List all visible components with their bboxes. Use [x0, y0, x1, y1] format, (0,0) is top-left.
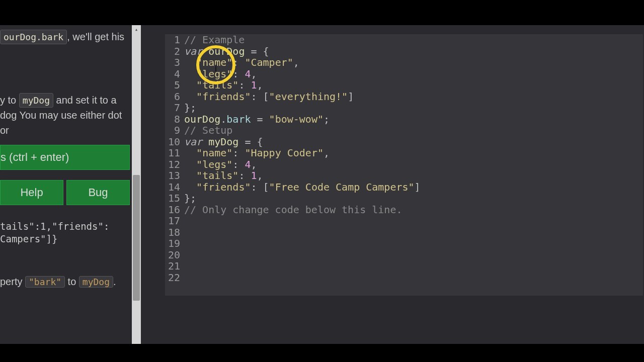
line-number: 5	[165, 79, 180, 91]
help-button[interactable]: Help	[0, 180, 63, 205]
code-line[interactable]: "friends": ["everything!"]	[184, 91, 643, 103]
desc-text-2a: y to	[0, 95, 19, 106]
scrollbar-thumb[interactable]	[133, 175, 140, 301]
code-line[interactable]: };	[184, 102, 643, 114]
line-number: 17	[165, 215, 180, 227]
code-line[interactable]: ourDog.bark = "bow-wow";	[184, 114, 643, 125]
line-number: 14	[165, 182, 180, 193]
code-content[interactable]: // Examplevar ourDog = { "name": "Camper…	[184, 34, 643, 296]
code-line[interactable]: // Setup	[184, 125, 643, 136]
line-number: 2	[165, 46, 180, 57]
line-number: 11	[165, 147, 180, 159]
line-number: 18	[165, 227, 180, 238]
task-text-b: to	[65, 276, 79, 287]
output-line-2: Campers"]}	[0, 233, 132, 245]
line-number: 19	[165, 238, 180, 249]
bug-button-label: Bug	[88, 186, 108, 199]
line-number: 7	[165, 102, 180, 114]
code-line[interactable]: "name": "Happy Coder",	[184, 147, 643, 159]
description-fragment-1: ourDog.bark, we'll get his	[0, 25, 132, 48]
code-line[interactable]: // Only change code below this line.	[184, 204, 643, 216]
line-number: 21	[165, 260, 180, 272]
code-tag-bark: "bark"	[25, 276, 65, 288]
code-line[interactable]: "legs": 4,	[184, 159, 643, 170]
description-fragment-2: y to myDog and set it to a dog You may u…	[0, 88, 132, 142]
line-number: 9	[165, 125, 180, 136]
desc-text-1: , we'll get his	[67, 31, 124, 42]
run-button-label: s (ctrl + enter)	[1, 151, 69, 164]
line-number: 8	[165, 114, 180, 125]
line-number: 13	[165, 170, 180, 182]
code-line[interactable]: var myDog = {	[184, 136, 643, 148]
code-line[interactable]: "name": "Camper",	[184, 57, 643, 68]
task-fragment: perty "bark" to myDog.	[0, 276, 132, 288]
line-number: 20	[165, 249, 180, 261]
run-tests-button[interactable]: s (ctrl + enter)	[0, 145, 130, 170]
scrollbar-track[interactable]: ▴	[132, 25, 141, 344]
code-editor[interactable]: 12345678910111213141516171819202122 // E…	[141, 25, 644, 344]
line-number: 1	[165, 34, 180, 46]
editor-viewport[interactable]: 12345678910111213141516171819202122 // E…	[165, 34, 643, 296]
line-number: 22	[165, 272, 180, 284]
code-line[interactable]: "tails": 1,	[184, 79, 643, 91]
line-number: 12	[165, 159, 180, 170]
task-text-c: .	[113, 276, 116, 287]
code-line[interactable]: var ourDog = {	[184, 46, 643, 57]
code-tag-mydog: myDog	[19, 93, 53, 108]
output-fragment: tails":1,"friends": Campers"]}	[0, 220, 132, 245]
button-row: Help Bug	[0, 180, 130, 205]
code-line[interactable]: };	[184, 193, 643, 204]
code-line[interactable]: // Example	[184, 34, 643, 46]
line-number: 16	[165, 204, 180, 216]
bug-button[interactable]: Bug	[66, 180, 130, 205]
letterbox-top	[0, 0, 644, 25]
code-tag-mydog-2: myDog	[79, 276, 113, 288]
letterbox-bottom	[0, 344, 644, 362]
line-number: 3	[165, 57, 180, 68]
code-line[interactable]: "friends": ["Free Code Camp Campers"]	[184, 182, 643, 193]
help-button-label: Help	[20, 186, 43, 199]
line-number: 10	[165, 136, 180, 148]
task-text-a: perty	[0, 276, 25, 287]
line-number: 6	[165, 91, 180, 103]
instructions-panel: ourDog.bark, we'll get his y to myDog an…	[0, 25, 132, 344]
scroll-up-arrow[interactable]: ▴	[132, 25, 141, 34]
output-line-1: tails":1,"friends":	[0, 220, 132, 233]
code-line[interactable]: "legs": 4,	[184, 68, 643, 80]
line-number: 15	[165, 193, 180, 204]
code-line[interactable]: "tails": 1,	[184, 170, 643, 182]
line-number: 4	[165, 68, 180, 80]
code-tag-ourdog-bark: ourDog.bark	[0, 30, 67, 44]
line-number-gutter: 12345678910111213141516171819202122	[165, 34, 184, 296]
